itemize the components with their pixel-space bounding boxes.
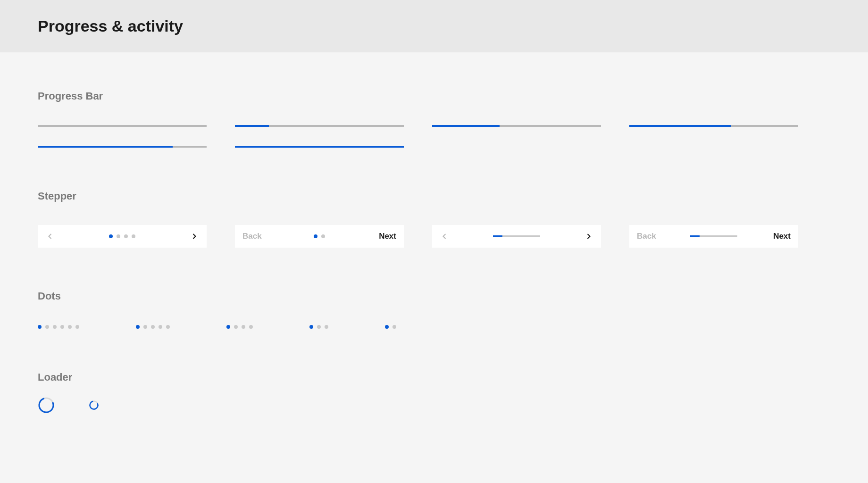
stepper-dots	[314, 234, 325, 238]
stepper-dot[interactable]	[117, 234, 120, 238]
progress-bar-100	[235, 146, 404, 148]
pagination-dot[interactable]	[75, 325, 79, 329]
pagination-dot[interactable]	[309, 325, 313, 329]
chevron-right-icon	[190, 232, 199, 241]
page-title: Progress & activity	[38, 17, 830, 35]
stepper-back-button[interactable]	[440, 232, 462, 241]
section-title-progress-bar: Progress Bar	[38, 90, 830, 102]
stepper-dot[interactable]	[314, 234, 317, 238]
pagination-dot[interactable]	[38, 325, 42, 329]
stepper-progress-fill	[690, 235, 700, 237]
stepper-bar-text: Back Next	[629, 225, 798, 248]
stepper-progress-bar	[690, 235, 737, 237]
pagination-dot[interactable]	[68, 325, 72, 329]
progress-fill	[38, 146, 173, 148]
progress-bar-40	[432, 125, 601, 127]
pagination-dot[interactable]	[385, 325, 389, 329]
stepper-progress-bar	[493, 235, 540, 237]
progress-fill	[629, 125, 731, 127]
pagination-dot[interactable]	[242, 325, 245, 329]
dots-group-5	[136, 325, 170, 329]
pagination-dot[interactable]	[249, 325, 253, 329]
dots-group-2	[385, 325, 396, 329]
stepper-dots-chevron	[38, 225, 207, 248]
stepper-bar-chevron	[432, 225, 601, 248]
pagination-dot[interactable]	[166, 325, 170, 329]
stepper-dot[interactable]	[132, 234, 135, 238]
pagination-dot[interactable]	[151, 325, 155, 329]
spinner-icon	[89, 400, 99, 410]
pagination-dot[interactable]	[234, 325, 238, 329]
stepper-progress-fill	[493, 235, 502, 237]
stepper-row: Back Next Back Next	[38, 225, 830, 248]
chevron-right-icon	[584, 232, 593, 241]
progress-bar-80	[38, 146, 207, 148]
stepper-next-button[interactable]: Next	[374, 232, 396, 241]
pagination-dot[interactable]	[60, 325, 64, 329]
progress-bar-20	[235, 125, 404, 127]
stepper-dot[interactable]	[109, 234, 113, 238]
section-title-loader: Loader	[38, 371, 830, 383]
pagination-dot[interactable]	[136, 325, 140, 329]
dots-group-3	[309, 325, 328, 329]
stepper-dot[interactable]	[321, 234, 325, 238]
pagination-dot[interactable]	[317, 325, 321, 329]
content: Progress Bar Stepper	[0, 52, 868, 444]
pagination-dot[interactable]	[159, 325, 162, 329]
loader-large	[38, 397, 55, 416]
dots-row	[38, 325, 830, 329]
pagination-dot[interactable]	[45, 325, 49, 329]
spinner-icon	[38, 397, 55, 414]
progress-bar-row-2	[38, 146, 830, 148]
section-title-stepper: Stepper	[38, 190, 830, 202]
stepper-dots-text: Back Next	[235, 225, 404, 248]
pagination-dot[interactable]	[143, 325, 147, 329]
stepper-dot[interactable]	[124, 234, 128, 238]
progress-bar-row-1	[38, 125, 830, 127]
chevron-left-icon	[45, 232, 55, 241]
pagination-dot[interactable]	[392, 325, 396, 329]
progress-fill	[235, 125, 269, 127]
chevron-left-icon	[440, 232, 449, 241]
dots-group-4	[226, 325, 253, 329]
progress-fill	[432, 125, 500, 127]
progress-bar-0	[38, 125, 207, 127]
stepper-next-button[interactable]	[176, 232, 199, 241]
pagination-dot[interactable]	[226, 325, 230, 329]
stepper-back-button[interactable]: Back	[242, 232, 265, 241]
svg-point-1	[38, 397, 55, 414]
progress-fill	[235, 146, 404, 148]
stepper-back-button[interactable]	[45, 232, 68, 241]
pagination-dot[interactable]	[53, 325, 57, 329]
pagination-dot[interactable]	[325, 325, 328, 329]
section-title-dots: Dots	[38, 290, 830, 302]
stepper-next-button[interactable]: Next	[768, 232, 791, 241]
loader-row	[38, 397, 830, 416]
page-header: Progress & activity	[0, 0, 868, 52]
stepper-back-button[interactable]: Back	[637, 232, 659, 241]
progress-bar-60	[629, 125, 798, 127]
stepper-next-button[interactable]	[571, 232, 593, 241]
loader-small	[89, 400, 99, 412]
dots-group-6	[38, 325, 79, 329]
stepper-dots	[109, 234, 135, 238]
